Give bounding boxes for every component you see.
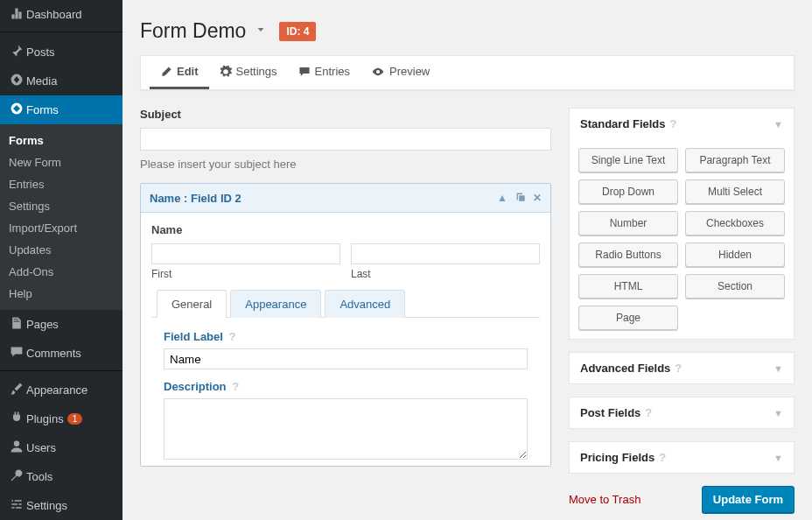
sidebar-item-media[interactable]: Media bbox=[0, 67, 122, 95]
brush-icon bbox=[7, 382, 26, 398]
help-icon[interactable]: ? bbox=[229, 330, 236, 343]
form-tabs: Edit Settings Entries Preview bbox=[140, 55, 794, 90]
panel-header[interactable]: Standard Fields ? ▼ bbox=[570, 109, 794, 139]
sidebar-item-appearance[interactable]: Appearance bbox=[0, 376, 122, 404]
subject-label: Subject bbox=[140, 108, 551, 121]
sidebar-label: Posts bbox=[26, 46, 55, 59]
sidebar-item-comments[interactable]: Comments bbox=[0, 339, 122, 368]
caret-down-icon: ▼ bbox=[774, 408, 783, 418]
field-checkboxes[interactable]: Checkboxes bbox=[685, 211, 785, 235]
panel-standard-fields: Standard Fields ? ▼ Single Line Text Par… bbox=[569, 108, 794, 340]
description-label: Description ? bbox=[164, 380, 528, 393]
submenu-help[interactable]: Help bbox=[0, 283, 122, 305]
sidebar-item-forms[interactable]: Forms bbox=[0, 95, 122, 124]
sidebar-item-pages[interactable]: Pages bbox=[0, 310, 122, 339]
field-number[interactable]: Number bbox=[578, 211, 678, 235]
submenu-new-form[interactable]: New Form bbox=[0, 151, 122, 173]
sidebar-item-dashboard[interactable]: Dashboard bbox=[0, 0, 122, 29]
update-badge: 1 bbox=[67, 413, 83, 425]
field-box-title: Name : Field ID 2 bbox=[150, 192, 242, 205]
svg-point-1 bbox=[14, 441, 19, 446]
forms-icon bbox=[7, 102, 26, 118]
sidebar-item-settings[interactable]: Settings bbox=[0, 491, 122, 520]
field-box-header[interactable]: Name : Field ID 2 ▲ ✕ bbox=[141, 184, 550, 213]
field-page[interactable]: Page bbox=[578, 306, 678, 330]
speech-icon bbox=[298, 66, 311, 78]
panel-title: Standard Fields bbox=[580, 117, 666, 130]
panel-header[interactable]: Pricing Fields ? ▼ bbox=[570, 442, 794, 473]
caret-down-icon: ▼ bbox=[774, 119, 783, 130]
field-paragraph-text[interactable]: Paragraph Text bbox=[685, 148, 785, 172]
duplicate-icon[interactable] bbox=[514, 191, 526, 205]
sidebar-label: Pages bbox=[26, 318, 59, 331]
media-icon bbox=[7, 73, 26, 89]
help-icon[interactable]: ? bbox=[659, 451, 666, 464]
submenu-forms[interactable]: Forms bbox=[0, 130, 122, 151]
sidebar-item-plugins[interactable]: Plugins 1 bbox=[0, 404, 122, 433]
tab-edit[interactable]: Edit bbox=[150, 56, 209, 89]
field-html[interactable]: HTML bbox=[578, 274, 678, 299]
panel-header[interactable]: Advanced Fields ? ▼ bbox=[570, 353, 794, 383]
sidebar-submenu: Forms New Form Entries Settings Import/E… bbox=[0, 124, 122, 310]
field-radio-buttons[interactable]: Radio Buttons bbox=[578, 242, 678, 267]
submenu-entries[interactable]: Entries bbox=[0, 173, 122, 195]
tab-settings[interactable]: Settings bbox=[209, 56, 288, 89]
page-title: Form Demo bbox=[140, 19, 246, 43]
submenu-settings[interactable]: Settings bbox=[0, 195, 122, 217]
update-form-button[interactable]: Update Form bbox=[702, 486, 794, 513]
field-drop-down[interactable]: Drop Down bbox=[578, 179, 678, 204]
field-multi-select[interactable]: Multi Select bbox=[685, 179, 785, 204]
wrench-icon bbox=[7, 468, 26, 485]
field-label-label: Field Label ? bbox=[164, 330, 528, 343]
field-hidden[interactable]: Hidden bbox=[685, 242, 785, 267]
id-badge: ID: 4 bbox=[279, 22, 316, 41]
submenu-import-export[interactable]: Import/Export bbox=[0, 217, 122, 239]
sidebar-item-users[interactable]: Users bbox=[0, 433, 122, 462]
last-name-input[interactable] bbox=[351, 243, 540, 264]
sidebar-label: Settings bbox=[26, 499, 67, 512]
sidebar-item-tools[interactable]: Tools bbox=[0, 462, 122, 491]
subject-input[interactable] bbox=[140, 128, 551, 151]
first-name-input[interactable] bbox=[151, 243, 340, 264]
description-textarea[interactable] bbox=[164, 398, 528, 460]
gear-icon bbox=[220, 66, 232, 78]
submenu-updates[interactable]: Updates bbox=[0, 239, 122, 261]
panel-post-fields: Post Fields ? ▼ bbox=[569, 397, 794, 429]
move-to-trash-link[interactable]: Move to Trash bbox=[569, 493, 640, 506]
plug-icon bbox=[7, 411, 26, 427]
form-switcher-chevron-icon[interactable] bbox=[255, 22, 267, 40]
help-icon[interactable]: ? bbox=[645, 406, 652, 419]
tab-advanced[interactable]: Advanced bbox=[325, 290, 405, 318]
panel-title: Post Fields bbox=[580, 406, 640, 419]
tab-general[interactable]: General bbox=[157, 290, 227, 318]
dashboard-icon bbox=[7, 6, 26, 23]
field-label-input[interactable] bbox=[164, 348, 528, 369]
panel-pricing-fields: Pricing Fields ? ▼ bbox=[569, 441, 794, 474]
caret-down-icon: ▼ bbox=[774, 363, 783, 374]
panel-title: Advanced Fields bbox=[580, 362, 670, 375]
sidebar-item-posts[interactable]: Posts bbox=[0, 38, 122, 67]
sidebar-label: Tools bbox=[26, 470, 52, 483]
delete-icon[interactable]: ✕ bbox=[533, 192, 542, 204]
field-editor-box: Name : Field ID 2 ▲ ✕ Name bbox=[140, 183, 551, 467]
field-section[interactable]: Section bbox=[685, 274, 785, 299]
submenu-addons[interactable]: Add-Ons bbox=[0, 261, 122, 283]
tab-preview[interactable]: Preview bbox=[360, 56, 440, 89]
help-icon[interactable]: ? bbox=[232, 380, 239, 393]
sidebar-label: Appearance bbox=[26, 383, 88, 397]
sidebar-label: Media bbox=[26, 74, 57, 88]
pin-icon bbox=[7, 44, 26, 60]
tab-entries[interactable]: Entries bbox=[288, 56, 360, 89]
help-icon[interactable]: ? bbox=[675, 362, 682, 375]
page-header: Form Demo ID: 4 bbox=[140, 0, 794, 55]
collapse-icon[interactable]: ▲ bbox=[497, 192, 508, 204]
field-single-line-text[interactable]: Single Line Text bbox=[578, 148, 678, 172]
panel-header[interactable]: Post Fields ? ▼ bbox=[570, 397, 794, 428]
sidebar-label: Forms bbox=[26, 103, 59, 116]
field-settings-tabs: General Appearance Advanced bbox=[151, 289, 540, 318]
tab-label: Entries bbox=[315, 65, 350, 78]
sidebar-label: Comments bbox=[26, 347, 81, 360]
sliders-icon bbox=[7, 497, 26, 514]
help-icon[interactable]: ? bbox=[670, 117, 677, 130]
tab-appearance[interactable]: Appearance bbox=[230, 290, 321, 318]
